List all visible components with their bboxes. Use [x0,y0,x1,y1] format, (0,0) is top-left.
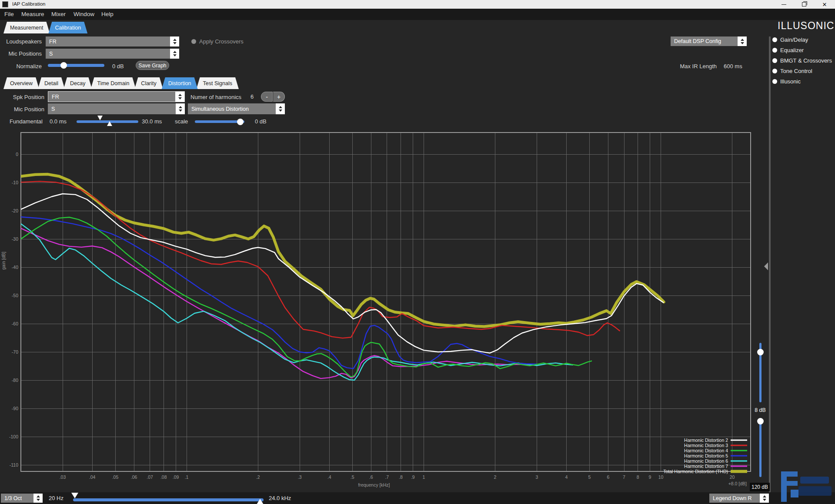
svg-text:gain [dB]: gain [dB] [1,252,6,270]
tab-decay[interactable]: Decay [63,77,92,89]
fundamental-start-handle[interactable] [97,116,103,120]
close-button[interactable]: ✕ [818,0,832,9]
nav-tone-control[interactable]: Tone Control [780,68,812,74]
freq-range-end: 24.0 kHz [269,495,291,501]
menu-mixer[interactable]: Mixer [51,11,66,17]
normalize-slider[interactable] [48,64,104,67]
bottom-bar: 1/3 Oct 20 Hz 24.0 kHz Legend Down R [0,492,835,504]
spinner-icon[interactable] [738,36,747,46]
resolution-select[interactable]: 1/3 Oct [1,494,43,503]
tab-overview[interactable]: Overview [3,77,39,89]
normalize-slider-handle[interactable] [60,62,67,69]
menu-file[interactable]: File [4,11,14,17]
apply-crossovers-radio[interactable] [191,39,196,44]
legend-position-select[interactable]: Legend Down R [709,494,769,503]
zoom-slider-lower-handle[interactable] [757,418,764,424]
nav-equalizer[interactable]: Equalizer [780,47,804,53]
svg-text:.9: .9 [411,474,415,480]
dsp-config-value: Default DSP Config [674,38,721,44]
spk-position-select[interactable]: FR [48,91,185,102]
svg-text:Harmonic Distortion 4: Harmonic Distortion 4 [684,448,728,453]
analysis-tab-bar: Overview Detail Decay Time Domain Clarit… [3,77,237,89]
distortion-mode-select[interactable]: Simultaneous Distortion [188,103,285,114]
spinner-icon[interactable] [170,49,179,59]
bullet-icon [772,37,777,42]
bullet-icon [772,58,777,63]
svg-text:Harmonic Distortion 7: Harmonic Distortion 7 [684,464,728,469]
spinner-icon[interactable] [176,103,185,114]
tab-time-domain[interactable]: Time Domain [91,77,136,89]
fundamental-end-handle[interactable] [107,121,112,126]
svg-text:Harmonic Distortion 6: Harmonic Distortion 6 [684,458,728,464]
loudspeakers-select[interactable]: FR [46,36,179,46]
svg-text:.04: .04 [89,474,96,480]
svg-text:.08: .08 [160,474,167,480]
freq-range-slider[interactable] [73,498,264,501]
svg-text:0: 0 [16,152,18,157]
scale-slider-handle[interactable] [237,119,244,125]
svg-text:.6: .6 [369,474,373,480]
svg-text:.5: .5 [351,474,354,480]
tab-measurement[interactable]: Measurement [3,22,50,33]
mic-position-select[interactable]: S [48,103,185,114]
svg-text:-110: -110 [10,462,18,468]
svg-text:.2: .2 [256,474,260,480]
fundamental-min-value: 0.0 ms [50,118,67,125]
spinner-icon[interactable] [170,36,179,46]
nav-gain-delay[interactable]: Gain/Delay [780,36,808,43]
spinner-icon[interactable] [175,92,184,102]
watermark [778,471,835,504]
menu-help[interactable]: Help [101,11,114,17]
svg-text:.03: .03 [60,474,66,480]
spk-position-label: Spk Position [0,94,44,100]
spinner-icon[interactable] [276,103,285,114]
menu-measure[interactable]: Measure [21,11,44,17]
spinner-icon[interactable] [33,494,43,503]
mic-positions-value: S [49,51,53,57]
freq-range-start-handle[interactable] [71,493,78,498]
save-graph-button[interactable]: Save Graph [136,61,169,70]
dsp-config-select[interactable]: Default DSP Config [671,36,747,46]
nav-illusonic[interactable]: Illusonic [780,78,801,85]
resolution-value: 1/3 Oct [4,495,22,501]
mic-position-label: Mic Position [0,106,44,113]
normalize-label: Normalize [0,63,42,70]
svg-text:.8: .8 [399,474,403,480]
spinner-icon[interactable] [760,494,769,503]
freq-range-end-handle[interactable] [257,499,264,504]
svg-text:.06: .06 [131,474,137,480]
harmonics-decrement-button[interactable]: - [261,92,273,102]
nav-bmgt-crossovers[interactable]: BMGT & Crossovers [780,57,832,64]
svg-text:-80: -80 [12,378,18,383]
svg-text:-40: -40 [12,265,18,270]
mic-positions-select[interactable]: S [46,49,179,59]
svg-text:-50: -50 [12,293,18,298]
tab-calibration[interactable]: Calibration [48,22,87,33]
harmonics-value: 6 [250,93,254,100]
tab-distortion[interactable]: Distortion [162,77,198,89]
svg-text:.4: .4 [327,474,331,480]
tab-test-signals[interactable]: Test Signals [197,77,239,89]
svg-text:-20: -20 [12,208,18,213]
svg-text:5: 5 [588,474,591,480]
menu-window[interactable]: Window [73,11,94,17]
mic-position-value: S [51,106,55,112]
svg-text:6: 6 [607,474,610,480]
loudspeakers-label: Loudspeakers [0,38,42,45]
minimize-button[interactable] [777,0,791,9]
tab-clarity[interactable]: Clarity [134,77,163,89]
harmonics-increment-button[interactable]: + [273,92,285,102]
svg-text:-90: -90 [12,406,18,411]
apply-crossovers-label: Apply Crossovers [199,38,244,45]
svg-text:20: 20 [730,474,735,480]
svg-text:-30: -30 [12,236,18,242]
max-ir-length-label: Max IR Length [673,63,717,70]
window-title: IAP Calibration [12,1,46,7]
tab-detail[interactable]: Detail [38,77,65,89]
minimize-icon [782,4,786,5]
zoom-slider-upper-handle[interactable] [757,349,764,355]
restore-button[interactable] [797,0,811,9]
zoom-slider-lower[interactable] [759,418,762,477]
menu-bar: File Measure Mixer Window Help [0,9,835,20]
harmonics-label: Numer of harmonics [190,94,241,100]
